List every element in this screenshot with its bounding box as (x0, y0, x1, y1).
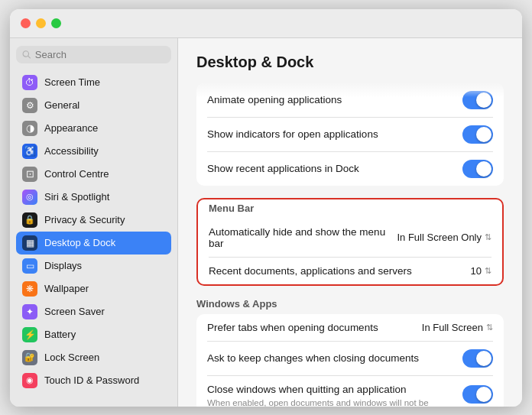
close-windows-label-wrap: Close windows when quitting an applicati… (207, 384, 462, 407)
show-recent-row: Show recent applications in Dock (207, 152, 493, 186)
sidebar-item-label: Battery (44, 329, 76, 340)
sidebar-item-label: Lock Screen (44, 352, 99, 363)
privacy-icon: 🔒 (22, 212, 37, 228)
prefer-tabs-arrows-icon: ⇅ (486, 323, 493, 332)
recent-docs-value: 10 (471, 265, 482, 277)
close-windows-toggle[interactable] (462, 385, 493, 404)
auto-hide-menu-label: Automatically hide and show the menu bar (209, 226, 397, 249)
windows-apps-section-title: Windows & Apps (196, 298, 504, 310)
sidebar-item-label: Appearance (44, 122, 98, 134)
stepper-arrows-icon: ⇅ (485, 266, 491, 276)
auto-hide-menu-value: In Full Screen Only (397, 232, 482, 243)
sidebar-item-screen-time[interactable]: ⏱ Screen Time (16, 71, 171, 94)
wallpaper-icon: ❋ (22, 281, 37, 297)
titlebar (10, 9, 522, 38)
search-input[interactable] (35, 49, 165, 60)
page-title: Desktop & Dock (196, 53, 504, 71)
sidebar-item-accessibility[interactable]: ♿ Accessibility (16, 140, 171, 163)
recent-docs-stepper[interactable]: 10 ⇅ (471, 265, 491, 277)
auto-hide-menu-row: Automatically hide and show the menu bar… (209, 219, 491, 258)
content-area: ⏱ Screen Time ⚙ General ◑ Appearance ♿ A… (10, 38, 522, 407)
menubar-section-title: Menu Bar (209, 203, 491, 214)
sidebar-item-label: General (44, 99, 79, 111)
animate-apps-label: Animate opening applications (207, 94, 462, 105)
prefer-tabs-row: Prefer tabs when opening documents In Fu… (207, 314, 493, 342)
close-button[interactable] (21, 18, 31, 28)
battery-icon: ⚡ (22, 327, 37, 342)
displays-icon: ▭ (22, 258, 37, 274)
windows-apps-group: Prefer tabs when opening documents In Fu… (196, 314, 504, 407)
prefer-tabs-value: In Full Screen (422, 322, 483, 333)
search-icon (22, 50, 31, 60)
sidebar-item-control-centre[interactable]: ⊡ Control Centre (16, 163, 171, 186)
sidebar-item-label: Privacy & Security (44, 214, 125, 225)
sidebar-item-label: Screen Time (44, 76, 100, 88)
menubar-group: Menu Bar Automatically hide and show the… (196, 198, 504, 286)
sidebar-item-label: Wallpaper (44, 283, 89, 294)
prefer-tabs-dropdown[interactable]: In Full Screen ⇅ (422, 322, 493, 333)
accessibility-icon: ♿ (22, 144, 37, 159)
recent-docs-row: Recent documents, applications and serve… (209, 258, 491, 284)
sidebar-item-wallpaper[interactable]: ❋ Wallpaper (16, 277, 171, 300)
sidebar-item-general[interactable]: ⚙ General (16, 94, 171, 117)
sidebar-item-label: Accessibility (44, 145, 99, 157)
lock-screen-icon: 🔐 (22, 350, 37, 365)
show-indicators-row: Show indicators for open applications (207, 118, 493, 152)
control-centre-icon: ⊡ (22, 167, 37, 182)
sidebar-item-displays[interactable]: ▭ Displays (16, 255, 171, 277)
sidebar-item-label: Control Centre (44, 168, 109, 180)
show-indicators-label: Show indicators for open applications (207, 128, 462, 140)
sidebar-item-battery[interactable]: ⚡ Battery (16, 323, 171, 346)
show-recent-label: Show recent applications in Dock (207, 163, 462, 174)
sidebar-item-label: Touch ID & Password (44, 374, 139, 386)
sidebar-item-label: Siri & Spotlight (44, 191, 109, 203)
minimize-button[interactable] (36, 18, 46, 28)
sidebar-item-desktop-dock[interactable]: ▦ Desktop & Dock (16, 232, 171, 255)
close-windows-label: Close windows when quitting an applicati… (207, 384, 462, 395)
main-content: Desktop & Dock Animate opening applicati… (178, 38, 522, 407)
sidebar-item-touch-id[interactable]: ◉ Touch ID & Password (16, 369, 171, 392)
dropdown-arrows-icon: ⇅ (485, 232, 491, 242)
animate-apps-toggle[interactable] (462, 91, 493, 109)
screen-saver-icon: ✦ (22, 304, 37, 319)
sidebar-item-appearance[interactable]: ◑ Appearance (16, 117, 171, 140)
ask-changes-toggle[interactable] (462, 349, 493, 368)
maximize-button[interactable] (51, 18, 61, 28)
close-windows-row: Close windows when quitting an applicati… (207, 376, 493, 407)
desktop-dock-icon: ▦ (22, 235, 37, 251)
sidebar-item-lock-screen[interactable]: 🔐 Lock Screen (16, 346, 171, 369)
sidebar-item-label: Screen Saver (44, 306, 105, 317)
sidebar-item-label: Desktop & Dock (44, 237, 115, 248)
ask-changes-row: Ask to keep changes when closing documen… (207, 342, 493, 376)
close-windows-sublabel: When enabled, open documents and windows… (207, 397, 462, 407)
show-recent-toggle[interactable] (462, 160, 493, 178)
traffic-lights (21, 18, 61, 28)
show-indicators-toggle[interactable] (462, 125, 493, 144)
recent-docs-label: Recent documents, applications and serve… (209, 265, 471, 277)
general-icon: ⚙ (22, 98, 37, 113)
appearance-icon: ◑ (22, 121, 37, 136)
sidebar-item-label: Displays (44, 260, 82, 271)
ask-changes-label: Ask to keep changes when closing documen… (207, 352, 462, 364)
sidebar: ⏱ Screen Time ⚙ General ◑ Appearance ♿ A… (10, 38, 178, 407)
search-box[interactable] (16, 46, 171, 63)
screen-time-icon: ⏱ (22, 75, 37, 90)
sidebar-item-privacy[interactable]: 🔒 Privacy & Security (16, 209, 171, 232)
top-settings-group: Animate opening applications Show indica… (196, 83, 504, 186)
svg-line-1 (28, 56, 31, 58)
touch-id-icon: ◉ (22, 373, 37, 388)
sidebar-item-screen-saver[interactable]: ✦ Screen Saver (16, 300, 171, 323)
prefer-tabs-label: Prefer tabs when opening documents (207, 322, 422, 333)
auto-hide-menu-dropdown[interactable]: In Full Screen Only ⇅ (397, 232, 491, 243)
animate-apps-row: Animate opening applications (207, 83, 493, 118)
sidebar-item-siri[interactable]: ◎ Siri & Spotlight (16, 186, 171, 209)
siri-icon: ◎ (22, 190, 37, 205)
main-window: ⏱ Screen Time ⚙ General ◑ Appearance ♿ A… (10, 9, 522, 407)
